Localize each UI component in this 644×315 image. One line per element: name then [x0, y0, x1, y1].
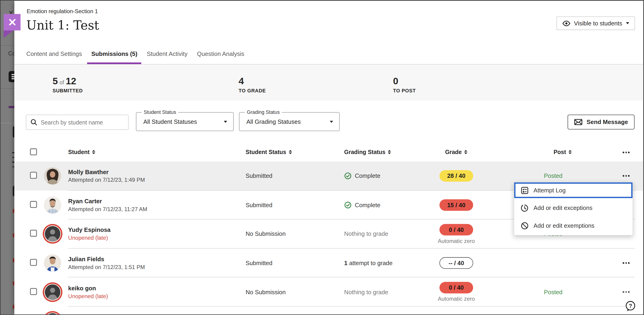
row-options-menu-button[interactable]	[622, 291, 630, 293]
sort-icon	[568, 150, 572, 154]
no-entry-exemption-icon	[520, 221, 529, 230]
menu-item-no-entry[interactable]: Add or edit exemptions	[514, 218, 632, 233]
row-checkbox[interactable]	[30, 201, 37, 208]
student-name-cell: Ryan Carter Attempted on 7/12/23, 11:27 …	[68, 198, 147, 212]
grade-pill[interactable]: 0 / 40	[440, 282, 473, 293]
menu-item-label: Add or edit exceptions	[534, 205, 592, 211]
student-status-cell: No Submission	[246, 231, 286, 237]
eye-icon	[562, 20, 570, 26]
rail-partial-text: Co	[8, 50, 14, 57]
row-checkbox[interactable]	[30, 172, 37, 179]
sort-icon	[92, 150, 95, 154]
row-checkbox[interactable]	[30, 230, 37, 237]
column-header-post[interactable]: Post	[524, 149, 602, 155]
table-row[interactable]	[14, 306, 643, 314]
row-options-menu-button[interactable]	[622, 175, 630, 177]
tab-question-analysis[interactable]: Question Analysis	[197, 51, 244, 64]
student-name-link[interactable]: keiko gon	[68, 285, 108, 291]
tab-student-activity[interactable]: Student Activity	[147, 51, 188, 64]
stat-submitted: 5 of 12 SUBMITTED	[53, 76, 83, 94]
student-attempt-subtext: Unopened (late)	[68, 293, 108, 299]
rail-partial-button	[13, 186, 14, 196]
student-status-select[interactable]: Student Status All Student Statuses	[136, 112, 234, 131]
grade-pill[interactable]: -- / 40	[440, 257, 473, 269]
student-name-link[interactable]: Ryan Carter	[68, 198, 147, 204]
menu-item-attempt-log[interactable]: Attempt Log	[514, 182, 632, 198]
rail-divider	[1, 89, 14, 89]
row-checkbox[interactable]	[30, 288, 37, 295]
post-status: Posted	[514, 289, 592, 295]
stat-to-grade: 4 TO GRADE	[239, 76, 266, 94]
row-context-menu: Attempt Log Add or edit exceptions	[514, 182, 633, 235]
grade-pill[interactable]: 28 / 40	[440, 170, 473, 182]
student-search	[26, 115, 128, 130]
grade-pill[interactable]: 15 / 40	[440, 199, 473, 211]
grade-cell: 15 / 40	[426, 190, 487, 220]
column-header-grade[interactable]: Grade	[426, 149, 487, 155]
chevron-down-icon	[224, 121, 227, 123]
send-message-button[interactable]: Send Message	[568, 115, 634, 129]
envelope-icon	[574, 119, 582, 125]
rail-partial-button	[13, 126, 14, 138]
rail-purple-accent	[8, 106, 14, 108]
menu-item-clock[interactable]: Add or edit exceptions	[514, 200, 632, 216]
student-name-link[interactable]: Julian Fields	[68, 256, 145, 262]
help-glyph: ?	[629, 303, 632, 309]
stat-value: 4	[239, 76, 244, 87]
clock-exception-icon	[520, 204, 529, 212]
student-status-select-value: All Student Statuses	[143, 118, 197, 125]
grading-status-cell: Complete	[344, 172, 380, 180]
student-name-cell: Julian Fields Attempted on 7/12/23, 1:51…	[68, 256, 145, 270]
complete-check-icon	[344, 172, 352, 180]
student-name-link[interactable]: Yudy Espinosa	[68, 227, 110, 233]
close-panel-button[interactable]	[4, 14, 20, 30]
student-status-cell: No Submission	[246, 289, 286, 295]
stats-band: 5 of 12 SUBMITTED 4 TO GRADE 0 TO POST	[14, 65, 643, 101]
student-attempt-subtext: Attempted on 7/12/23, 1:49 PM	[68, 177, 145, 183]
search-input[interactable]	[41, 119, 124, 125]
stat-value: 0	[393, 76, 398, 87]
help-icon: ?	[624, 300, 636, 312]
search-icon	[30, 119, 38, 126]
column-header-student-status[interactable]: Student Status	[246, 149, 292, 155]
grading-status-select-label: Grading Status	[245, 109, 282, 115]
avatar	[45, 226, 60, 242]
grading-status-cell: Complete	[344, 201, 380, 209]
attempt-log-icon	[520, 186, 529, 194]
chevron-down-icon	[330, 121, 333, 123]
table-row[interactable]: Julian Fields Attempted on 7/12/23, 1:51…	[14, 248, 643, 277]
table-row[interactable]: keiko gon Unopened (late) No Submission …	[14, 277, 643, 307]
page-title: Unit 1: Test	[26, 18, 99, 32]
tab-submissions[interactable]: Submissions (5)	[92, 51, 137, 64]
row-checkbox[interactable]	[30, 259, 37, 266]
breadcrumb: Emotion regulation-Section 1	[27, 8, 98, 15]
grade-note: Automatic zero	[438, 296, 475, 302]
student-name-link[interactable]: Molly Bawther	[68, 169, 145, 175]
table-options-menu-button[interactable]	[622, 152, 630, 153]
student-status-cell: Submitted	[246, 202, 272, 208]
stat-of: of	[60, 79, 64, 86]
grade-pill[interactable]: 0 / 40	[440, 224, 473, 235]
avatar	[44, 196, 61, 214]
student-attempt-subtext: Attempted on 7/12/23, 1:51 PM	[68, 264, 145, 270]
select-all-checkbox[interactable]	[30, 148, 37, 155]
grading-status-select-value: All Grading Statuses	[246, 118, 301, 125]
grading-status-cell: Nothing to grade	[344, 231, 388, 237]
stat-label: TO POST	[393, 88, 416, 94]
visibility-dropdown-button[interactable]: Visible to students	[556, 17, 635, 30]
grade-cell	[426, 306, 487, 314]
avatar	[44, 167, 61, 185]
help-button[interactable]: ?	[624, 300, 636, 312]
menu-item-label: Add or edit exemptions	[534, 222, 594, 229]
tab-content-and-settings[interactable]: Content and Settings	[26, 51, 82, 64]
sort-icon	[464, 150, 468, 154]
grading-status-select[interactable]: Grading Status All Grading Statuses	[239, 112, 340, 131]
sort-icon	[288, 150, 292, 154]
column-header-grading-status[interactable]: Grading Status	[344, 149, 391, 155]
assessment-panel: Emotion regulation-Section 1 Unit 1: Tes…	[14, 1, 643, 314]
row-options-menu-button[interactable]	[622, 262, 630, 264]
student-status-cell: Submitted	[246, 260, 272, 266]
grade-cell: 0 / 40 Automatic zero	[426, 277, 487, 307]
grading-status-cell: Nothing to grade	[344, 289, 388, 295]
column-header-student[interactable]: Student	[68, 149, 95, 155]
